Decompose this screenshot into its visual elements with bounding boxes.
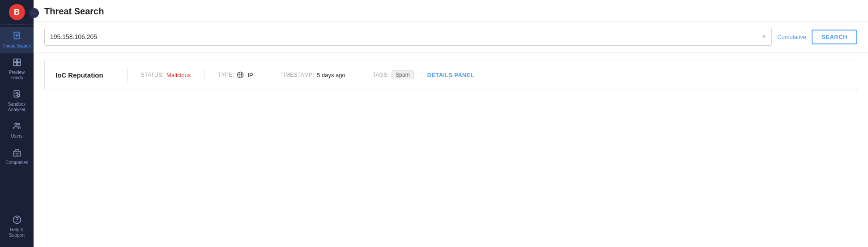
details-panel-link[interactable]: DETAILS PANEL bbox=[427, 72, 474, 78]
sidebar-item-label-preview-feeds: Preview Feeds bbox=[2, 70, 31, 81]
sidebar-item-users[interactable]: Users bbox=[0, 117, 34, 143]
cumulative-toggle[interactable]: Cumulative bbox=[777, 34, 806, 40]
svg-rect-7 bbox=[17, 63, 20, 66]
companies-icon bbox=[13, 148, 21, 158]
divider-4 bbox=[359, 68, 359, 82]
sidebar-item-threat-search[interactable]: Threat Search bbox=[0, 27, 34, 53]
sidebar-item-preview-feeds[interactable]: Preview Feeds bbox=[0, 53, 34, 85]
divider-2 bbox=[204, 68, 204, 82]
type-value: IP bbox=[247, 72, 253, 78]
sidebar-item-label-companies: Companies bbox=[5, 160, 28, 165]
svg-rect-4 bbox=[13, 59, 17, 62]
sidebar-toggle-button[interactable]: › bbox=[29, 8, 39, 18]
sidebar-nav: Threat Search Preview Feeds bbox=[0, 25, 34, 211]
result-card: IoC Reputation STATUS: Malicious TYPE: I… bbox=[44, 60, 857, 90]
timestamp-field: TIMESTAMP: 5 days ago bbox=[281, 72, 345, 78]
status-label: STATUS: bbox=[141, 72, 164, 78]
sidebar-item-companies[interactable]: Companies bbox=[0, 143, 34, 170]
globe-icon bbox=[237, 71, 245, 79]
divider-1 bbox=[127, 68, 128, 82]
result-title: IoC Reputation bbox=[55, 71, 114, 79]
main-content: Threat Search × Cumulative SEARCH IoC Re… bbox=[34, 0, 868, 247]
sidebar-item-label-sandbox-analyzer: Sandbox Analyzer bbox=[2, 102, 31, 113]
preview-feeds-icon bbox=[13, 58, 21, 68]
users-icon bbox=[13, 121, 21, 132]
help-support-icon bbox=[13, 215, 21, 225]
svg-rect-6 bbox=[13, 63, 17, 66]
sidebar-item-label-help-support: Help & Support bbox=[2, 227, 31, 238]
type-field: TYPE: IP bbox=[218, 71, 253, 79]
tag-badge: Spam bbox=[391, 70, 413, 79]
sidebar-item-sandbox-analyzer[interactable]: Sandbox Analyzer bbox=[0, 85, 34, 117]
page-title: Threat Search bbox=[44, 6, 857, 17]
status-value: Malicious bbox=[166, 72, 191, 78]
sidebar-item-help-support[interactable]: Help & Support bbox=[0, 211, 34, 243]
search-input-wrapper: × bbox=[44, 28, 772, 46]
clear-icon[interactable]: × bbox=[762, 33, 766, 41]
sidebar-bottom: Help & Support bbox=[0, 211, 34, 247]
status-field: STATUS: Malicious bbox=[141, 72, 191, 78]
sidebar-logo: B bbox=[0, 0, 34, 25]
search-button[interactable]: SEARCH bbox=[812, 30, 857, 44]
threat-search-icon bbox=[13, 31, 21, 42]
svg-rect-5 bbox=[17, 59, 20, 62]
svg-point-20 bbox=[17, 221, 17, 222]
sidebar-item-label-users: Users bbox=[11, 134, 22, 139]
tags-label: TAGS: bbox=[373, 72, 389, 78]
search-input[interactable] bbox=[50, 33, 758, 40]
tags-field: TAGS: Spam bbox=[373, 70, 414, 79]
sidebar-item-label-threat-search: Threat Search bbox=[3, 43, 31, 49]
sandbox-analyzer-icon bbox=[13, 90, 21, 100]
svg-point-12 bbox=[17, 95, 19, 97]
svg-point-14 bbox=[17, 123, 19, 125]
divider-3 bbox=[267, 68, 267, 82]
sidebar: B › Threat Search bbox=[0, 0, 34, 247]
timestamp-label: TIMESTAMP: bbox=[281, 72, 314, 78]
page-header: Threat Search bbox=[34, 0, 868, 22]
svg-point-13 bbox=[15, 123, 17, 125]
logo-icon: B bbox=[9, 4, 25, 20]
results-area: IoC Reputation STATUS: Malicious TYPE: I… bbox=[34, 52, 868, 247]
search-bar-container: × Cumulative SEARCH bbox=[34, 22, 868, 52]
timestamp-value: 5 days ago bbox=[317, 72, 345, 78]
type-label: TYPE: bbox=[218, 72, 234, 78]
